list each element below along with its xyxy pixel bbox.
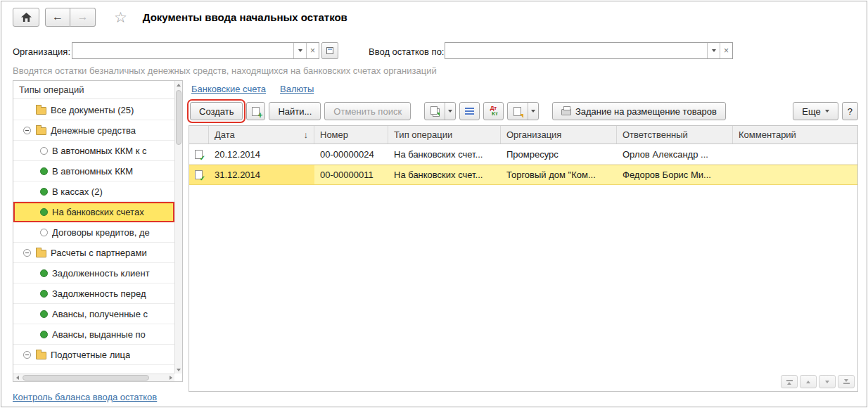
number-cell: 00-00000024: [314, 144, 388, 164]
tree-item-cash-funds[interactable]: Денежные средства: [13, 120, 174, 141]
column-header-organization[interactable]: Организация: [501, 126, 617, 144]
green-circle-icon: [40, 310, 48, 318]
forward-arrow-icon: →: [77, 11, 89, 23]
tree-item-bank-accounts[interactable]: На банковских счетах: [13, 202, 174, 222]
column-header-type[interactable]: Тип операции: [388, 126, 501, 144]
tree-item-advances-issued[interactable]: Авансы, выданные по: [13, 324, 174, 345]
organization-cell: Промресурс: [501, 144, 617, 164]
dropdown-caret-icon[interactable]: [707, 43, 720, 58]
open-choice-form-button[interactable]: [321, 42, 338, 59]
folder-icon: [36, 107, 46, 115]
collapse-icon[interactable]: [23, 249, 31, 257]
forward-button[interactable]: →: [70, 8, 96, 27]
home-button[interactable]: [13, 8, 39, 27]
tree-item-all-documents[interactable]: Все документы (25): [13, 100, 174, 120]
column-header-responsible[interactable]: Ответственный: [617, 126, 733, 144]
scroll-up-icon[interactable]: [175, 81, 182, 89]
register-button[interactable]: [459, 102, 480, 120]
create-group-button[interactable]: [246, 102, 265, 120]
document-arrow-icon: [513, 107, 521, 116]
tree-panel-title: Типы операций: [13, 81, 182, 99]
sheets-icon: [430, 106, 438, 115]
collapse-icon[interactable]: [23, 127, 31, 134]
tree-item-accountable-persons[interactable]: Подотчетные лица: [13, 345, 174, 365]
tree-horizontal-scrollbar[interactable]: [13, 374, 174, 381]
tree-item-credit-agreements[interactable]: Договоры кредитов, де: [13, 222, 174, 243]
go-last-button[interactable]: [838, 375, 855, 388]
organization-label: Организация:: [13, 46, 70, 57]
balance-control-link[interactable]: Контроль баланса ввода остатков: [13, 392, 157, 402]
page-title: Документы ввода начальных остатков: [143, 11, 347, 23]
go-first-button[interactable]: [781, 375, 798, 388]
postings-button[interactable]: ДтКт: [483, 102, 504, 120]
organization-value[interactable]: [72, 43, 293, 58]
column-header-date[interactable]: Дата ↓: [209, 126, 314, 144]
dropdown-caret-icon[interactable]: [445, 103, 455, 120]
empty-circle-icon: [40, 229, 48, 236]
cancel-search-button[interactable]: Отменить поиск: [324, 102, 411, 120]
scroll-right-icon[interactable]: [167, 374, 174, 381]
balances-combo[interactable]: ×: [445, 42, 733, 59]
create-button[interactable]: Создать: [190, 102, 243, 120]
tree-item-autonomous-kkm-transfer[interactable]: В автономных ККМ к с: [13, 141, 174, 161]
horizontal-scroll-thumb[interactable]: [23, 375, 149, 381]
more-button[interactable]: Еще: [793, 102, 838, 120]
currencies-link[interactable]: Валюты: [280, 84, 314, 94]
table-row[interactable]: 20.12.2014 00-00000024 На банковских сче…: [189, 144, 857, 165]
dropdown-caret-icon: [825, 110, 829, 113]
bank-accounts-link[interactable]: Банковские счета: [191, 84, 266, 94]
operation-types-tree: Все документы (25) Денежные средства В а…: [13, 100, 174, 374]
date-cell: 31.12.2014: [209, 165, 314, 184]
table-row-selected[interactable]: 31.12.2014 00-00000011 На банковских сче…: [189, 165, 857, 185]
column-header-comment[interactable]: Комментарий: [733, 126, 857, 144]
comment-cell: [733, 165, 857, 184]
open-form-icon: [326, 47, 333, 54]
row-icon-cell: [189, 144, 209, 164]
favorite-star-icon[interactable]: ☆: [114, 10, 127, 25]
column-header-icon[interactable]: [189, 126, 209, 144]
printer-icon: [561, 109, 571, 115]
operation-types-panel: Типы операций Все документы (25) Денежны…: [13, 80, 183, 382]
table-header: Дата ↓ Номер Тип операции Организация От…: [189, 126, 857, 144]
tree-item-autonomous-kkm[interactable]: В автономных ККМ: [13, 161, 174, 181]
green-circle-icon: [40, 331, 48, 338]
dropdown-caret-icon[interactable]: [528, 103, 538, 120]
column-label: Дата: [215, 129, 235, 140]
tree-item-client-debt[interactable]: Задолженность клиент: [13, 263, 174, 283]
go-previous-button[interactable]: [800, 375, 817, 388]
related-links-row: Банковские счета Валюты: [191, 84, 314, 94]
clear-icon[interactable]: ×: [306, 43, 319, 58]
table-nav-cluster: [781, 375, 855, 388]
balances-value[interactable]: [445, 43, 707, 58]
green-circle-icon: [40, 167, 48, 175]
green-circle-icon: [40, 188, 48, 196]
app-window: ← → ☆ Документы ввода начальных остатков…: [1, 1, 867, 407]
go-next-button[interactable]: [819, 375, 836, 388]
organization-cell: Торговый дом "Ком...: [501, 165, 617, 184]
clear-icon[interactable]: ×: [720, 43, 732, 58]
green-circle-icon: [40, 208, 48, 216]
back-button[interactable]: ←: [45, 8, 70, 27]
column-header-number[interactable]: Номер: [314, 126, 388, 144]
bulk-change-dropdown-button[interactable]: [424, 102, 456, 120]
tree-item-cash-desks[interactable]: В кассах (2): [13, 181, 174, 202]
date-cell: 20.12.2014: [209, 144, 314, 164]
tree-item-partner-settlements[interactable]: Расчеты с партнерами: [13, 243, 174, 263]
help-button[interactable]: ?: [842, 102, 858, 120]
collapse-icon[interactable]: [23, 351, 31, 359]
scroll-down-icon[interactable]: [175, 366, 182, 374]
vertical-scroll-thumb[interactable]: [176, 90, 181, 145]
back-arrow-icon: ←: [52, 11, 63, 23]
dropdown-caret-icon[interactable]: [293, 43, 306, 58]
create-based-on-dropdown-button[interactable]: [507, 102, 539, 120]
folder-icon: [36, 250, 46, 257]
scroll-left-icon[interactable]: [13, 374, 21, 381]
tree-item-debt-to-suppliers[interactable]: Задолженность перед: [13, 283, 174, 304]
responsible-cell: Орлов Александр ...: [617, 144, 733, 164]
balances-label: Ввод остатков по:: [369, 46, 444, 57]
find-button[interactable]: Найти...: [269, 102, 321, 120]
placement-task-button[interactable]: Задание на размещение товаров: [552, 102, 726, 120]
organization-combo[interactable]: ×: [72, 42, 319, 59]
tree-item-advances-received[interactable]: Авансы, полученные с: [13, 304, 174, 324]
tree-vertical-scrollbar[interactable]: [174, 81, 182, 374]
